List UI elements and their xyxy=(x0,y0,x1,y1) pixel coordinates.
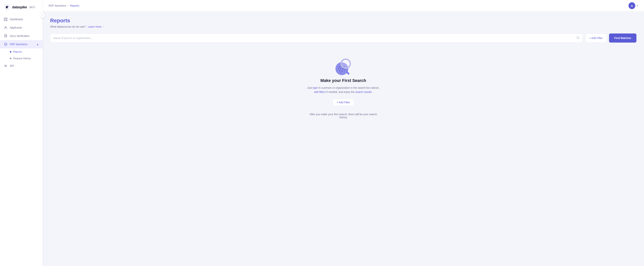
sidebar-item-label-pep: PEP Sanctions xyxy=(10,43,34,46)
request-history-dot-icon xyxy=(10,58,11,59)
search-box xyxy=(50,34,583,43)
sidebar-item-dashboard[interactable]: Dashboard xyxy=(0,15,42,24)
search-history-note: After you make your first search, there … xyxy=(306,113,381,119)
svg-point-13 xyxy=(340,68,341,69)
desc-middle: in a person or organization in the searc… xyxy=(318,86,379,89)
add-filter-button[interactable]: + Add Filter xyxy=(585,34,606,43)
breadcrumb-separator-icon: › xyxy=(68,4,68,7)
collapse-chevron-icon: ‹ xyxy=(42,14,43,17)
reports-dot-icon xyxy=(10,51,11,53)
desc-end: . xyxy=(372,90,372,93)
shield-icon xyxy=(4,42,8,46)
page-subtitle: What datasources do we use? Learn more → xyxy=(50,25,636,28)
add-filter-center-button[interactable]: + Add Filter xyxy=(332,99,354,106)
desc-prefix: Just xyxy=(307,86,313,89)
desc-middle2: if needed, and enjoy the xyxy=(326,90,355,93)
logo-area: dataspike BETA xyxy=(0,0,42,15)
svg-rect-6 xyxy=(4,35,6,37)
svg-rect-3 xyxy=(4,20,5,21)
svg-point-23 xyxy=(341,59,350,68)
svg-rect-2 xyxy=(6,18,7,19)
subtitle-text: What datasources do we use? xyxy=(50,25,86,28)
search-row: + Add Filter Find Matches xyxy=(50,34,636,43)
sidebar-item-label-applicants: Applicants xyxy=(10,26,39,29)
sidebar-item-applicants[interactable]: Applicants xyxy=(0,24,42,32)
beta-badge: BETA xyxy=(29,6,36,9)
pep-sub-nav: Reports Request History xyxy=(0,49,42,62)
breadcrumb-parent[interactable]: PEP Sanctions xyxy=(48,4,66,7)
page-title: Reports xyxy=(50,18,636,24)
topbar: PEP Sanctions › Reports A ▾ xyxy=(42,0,644,12)
grid-icon xyxy=(4,18,8,21)
desc-search-results: search results xyxy=(355,90,372,93)
svg-point-24 xyxy=(343,61,346,64)
sidebar-sub-item-reports[interactable]: Reports xyxy=(10,49,42,55)
brand-name: dataspike xyxy=(12,5,27,9)
desc-add-filters: add filters xyxy=(314,90,326,93)
svg-rect-4 xyxy=(6,20,7,21)
desc-type: type xyxy=(313,86,318,89)
api-icon xyxy=(4,64,8,68)
breadcrumb: PEP Sanctions › Reports xyxy=(48,4,79,7)
docs-icon xyxy=(4,34,8,38)
sidebar-item-api[interactable]: API xyxy=(0,62,42,70)
person-icon xyxy=(4,26,8,30)
empty-state-title: Make your First Search xyxy=(320,78,366,83)
empty-state: Make your First Search Just type in a pe… xyxy=(50,52,636,123)
svg-point-10 xyxy=(339,66,340,67)
logo-icon xyxy=(4,4,10,11)
user-chevron-down-icon[interactable]: ▾ xyxy=(637,4,638,7)
learn-more-link[interactable]: Learn more → xyxy=(87,25,105,28)
sidebar-collapse-button[interactable]: ‹ xyxy=(40,13,45,18)
sidebar-item-label-api: API xyxy=(10,64,39,67)
find-matches-button[interactable]: Find Matches xyxy=(609,34,636,43)
sidebar-item-docs-verification[interactable]: Docs Verification xyxy=(0,32,42,40)
avatar[interactable]: A xyxy=(628,2,635,9)
page-content: Reports What datasources do we use? Lear… xyxy=(42,12,644,266)
breadcrumb-current: Reports xyxy=(70,4,79,7)
sidebar-item-label-dashboard: Dashboard xyxy=(10,18,39,21)
svg-point-15 xyxy=(339,70,340,71)
pep-chevron-up-icon: ▲ xyxy=(36,43,39,46)
svg-point-20 xyxy=(340,72,342,73)
svg-point-17 xyxy=(344,69,345,70)
empty-state-description: Just type in a person or organization in… xyxy=(307,86,379,94)
user-area: A ▾ xyxy=(628,2,638,9)
sidebar-item-label-docs: Docs Verification xyxy=(10,35,39,38)
empty-state-illustration xyxy=(332,56,355,78)
svg-point-18 xyxy=(338,68,339,69)
main-area: PEP Sanctions › Reports A ▾ Reports What… xyxy=(42,0,644,266)
search-input[interactable] xyxy=(53,37,576,40)
sidebar-sub-item-request-history[interactable]: Request History xyxy=(10,55,42,62)
search-icon xyxy=(576,36,580,40)
sidebar-sub-label-reports: Reports xyxy=(13,50,22,53)
sidebar-sub-label-request-history: Request History xyxy=(13,57,31,60)
svg-point-16 xyxy=(342,70,342,72)
svg-point-7 xyxy=(5,65,6,66)
sidebar: dataspike BETA ‹ Dashboard Applicants xyxy=(0,0,42,266)
sidebar-item-pep-sanctions[interactable]: PEP Sanctions ▲ xyxy=(0,40,42,49)
svg-rect-1 xyxy=(4,18,5,19)
